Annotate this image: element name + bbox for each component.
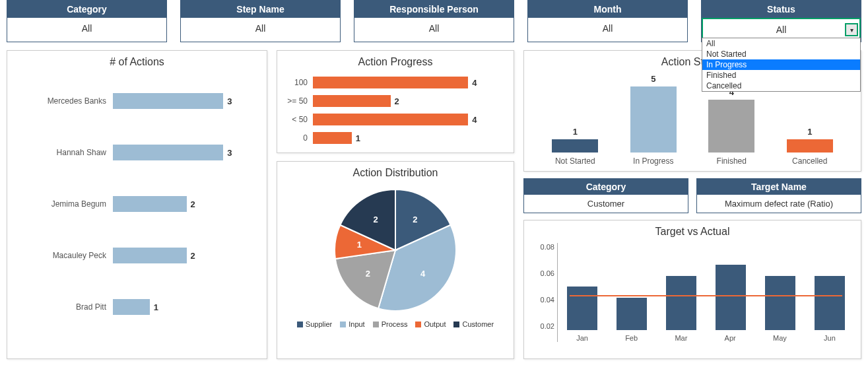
- status-option[interactable]: Finished: [702, 70, 860, 81]
- ap-row: 0 1: [284, 129, 507, 147]
- filter-category[interactable]: Category All: [7, 0, 167, 42]
- chart-actions-by-person: Mercedes Banks 3 Hannah Shaw 3 Jemima Be…: [14, 73, 260, 322]
- filter-status-label: Status: [702, 1, 861, 18]
- pie-legend: SupplierInputProcessOutputCustomer: [297, 320, 494, 328]
- status-option[interactable]: Cancelled: [702, 81, 860, 91]
- chart-action-distribution: 24212 SupplierInputProcessOutputCustomer: [284, 184, 507, 328]
- hbar-value: 3: [227, 96, 232, 106]
- vbar-value: 5: [651, 74, 655, 84]
- hbar-track: 2: [113, 248, 260, 263]
- filter-category-label: Category: [7, 1, 166, 18]
- pie-slice-value: 2: [366, 269, 370, 279]
- pie-slice-value: 2: [413, 215, 417, 224]
- ap-track: 4: [313, 77, 507, 88]
- mini-category[interactable]: Category Customer: [523, 178, 688, 213]
- status-option[interactable]: In Progress: [702, 59, 860, 70]
- tva-target-line: [570, 295, 842, 296]
- ap-fill: [313, 77, 468, 88]
- tva-xlabel: Jan: [576, 334, 588, 342]
- filter-status[interactable]: Status All ▾ AllNot StartedIn ProgressFi…: [701, 0, 861, 42]
- legend-swatch: [373, 322, 379, 327]
- legend-label: Output: [424, 320, 446, 328]
- hbar-label: Hannah Shaw: [14, 148, 113, 157]
- ap-value: 1: [356, 133, 360, 143]
- vbar-label: In Progress: [633, 156, 673, 166]
- tva-ytick: 0.08: [531, 243, 554, 251]
- tva-xlabel: Apr: [725, 334, 736, 342]
- vbar-col: 1 Not Started: [536, 127, 615, 166]
- legend-item: Input: [340, 320, 364, 328]
- tva-bar: [567, 287, 597, 330]
- hbar-value: 2: [191, 199, 195, 209]
- vbar-fill: [708, 100, 754, 153]
- vbar-fill: [787, 139, 833, 153]
- hbar-label: Macauley Peck: [14, 251, 113, 260]
- tva-ytick: 0.02: [531, 322, 554, 330]
- vbar-col: 4 Finished: [692, 87, 771, 166]
- ap-value: 4: [472, 78, 477, 88]
- hbar-value: 3: [227, 148, 232, 158]
- filter-step-value[interactable]: All: [181, 18, 340, 39]
- hbar-fill: [113, 248, 187, 263]
- legend-label: Process: [382, 320, 408, 328]
- hbar-label: Mercedes Banks: [14, 96, 113, 106]
- status-option[interactable]: Not Started: [702, 49, 860, 59]
- mini-category-value: Customer: [524, 195, 688, 213]
- hbar-label: Jemima Begum: [14, 199, 113, 209]
- chevron-down-icon[interactable]: ▾: [845, 23, 858, 36]
- col-right: Action Status 1 Not Started 5 In Progres…: [523, 50, 861, 359]
- hbar-track: 3: [113, 145, 260, 160]
- vbar-label: Cancelled: [792, 156, 827, 166]
- filter-month-value[interactable]: All: [528, 18, 687, 39]
- card-action-progress: Action Progress 100 4 >= 50 2 < 50 4 0 1: [277, 50, 514, 153]
- mini-target[interactable]: Target Name Maximum defect rate (Ratio): [696, 178, 861, 213]
- vbar-label: Not Started: [555, 156, 595, 166]
- col-left: # of Actions Mercedes Banks 3 Hannah Sha…: [7, 50, 267, 359]
- tva-bar: [617, 298, 647, 331]
- mini-target-value: Maximum defect rate (Ratio): [697, 195, 861, 213]
- legend-swatch: [340, 322, 346, 327]
- tva-ytick: 0.06: [531, 269, 554, 277]
- card-title: # of Actions: [14, 56, 260, 68]
- hbar-track: 3: [113, 93, 260, 109]
- ap-label: 100: [284, 78, 313, 87]
- mini-row: Category Customer Target Name Maximum de…: [523, 178, 861, 213]
- filter-category-value[interactable]: All: [7, 18, 166, 39]
- ap-label: < 50: [284, 115, 313, 124]
- tva-xlabel: Mar: [675, 334, 687, 342]
- vbar-fill: [552, 139, 598, 153]
- hbar-row: Brad Pitt 1: [14, 292, 260, 322]
- filter-step[interactable]: Step Name All: [180, 0, 341, 42]
- status-option[interactable]: All: [702, 38, 860, 49]
- vbar-label: Finished: [717, 156, 747, 166]
- ap-track: 1: [313, 132, 507, 144]
- tva-ytick: 0.04: [531, 296, 554, 304]
- hbar-track: 1: [113, 299, 260, 315]
- filter-month-label: Month: [528, 1, 687, 18]
- ap-fill: [313, 95, 391, 107]
- filter-month[interactable]: Month All: [527, 0, 688, 42]
- filter-person-label: Responsible Person: [354, 1, 514, 18]
- card-target-vs-actual: Target vs Actual 0.080.060.040.02 JanFeb…: [523, 220, 861, 359]
- hbar-fill: [113, 196, 187, 212]
- mini-category-label: Category: [524, 179, 688, 195]
- tva-bar: [765, 276, 795, 331]
- pie-slice-value: 2: [374, 215, 378, 224]
- filter-person[interactable]: Responsible Person All: [354, 0, 514, 42]
- filter-person-value[interactable]: All: [354, 18, 514, 39]
- legend-swatch: [297, 322, 303, 327]
- ap-row: 100 4: [284, 73, 507, 92]
- hbar-track: 2: [113, 196, 260, 212]
- tva-bar: [716, 265, 746, 330]
- tva-bar: [666, 276, 696, 331]
- hbar-row: Mercedes Banks 3: [14, 86, 260, 116]
- legend-item: Process: [373, 320, 408, 328]
- tva-xlabel: Jun: [824, 334, 836, 342]
- legend-item: Output: [415, 320, 446, 328]
- hbar-fill: [113, 299, 150, 315]
- hbar-row: Jemima Begum 2: [14, 189, 260, 219]
- status-dropdown[interactable]: AllNot StartedIn ProgressFinishedCancell…: [702, 38, 861, 92]
- card-title: Action Distribution: [284, 167, 507, 179]
- pie-chart: 24212: [329, 184, 461, 316]
- hbar-label: Brad Pitt: [14, 302, 113, 312]
